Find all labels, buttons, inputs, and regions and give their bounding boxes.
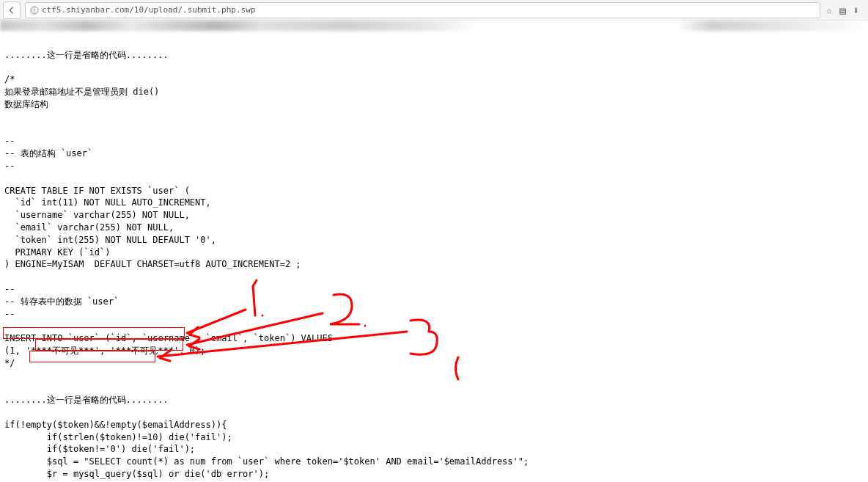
code-line: -- [4,309,15,319]
code-line: if(strlen($token)!=10) die('fail'); [4,432,232,442]
label-1-stroke [253,280,257,315]
code-line: `id` int(11) NOT NULL AUTO_INCREMENT, [4,197,211,208]
info-icon: i [30,6,39,15]
code-line: if(!empty($token)&&!empty($emailAddress)… [4,420,227,430]
page-content: ........这一行是省略的代码........ /* 如果登录邮箱地址不是管… [0,31,868,482]
code-line: /* [4,74,15,84]
blurred-bookmarks-bar [0,21,868,31]
svg-text:i: i [33,7,37,14]
label-2-dot [364,325,367,327]
code-line: 如果登录邮箱地址不是管理员则 die() [4,87,159,97]
url-text: ctf5.shiyanbar.com/10/upload/.submit.php… [42,5,255,15]
code-line: ........这一行是省略的代码........ [4,50,169,60]
code-line: INSERT INTO `user` (`id`, `username`, `e… [4,333,333,343]
code-line: 数据库结构 [4,99,48,109]
arrow-1-line [187,310,246,333]
code-line: ) ENGINE=MyISAM DEFAULT CHARSET=utf8 AUT… [4,259,301,269]
code-line: if($token!='0') die('fail'); [4,444,195,454]
code-line: -- 转存表中的数据 `user` [4,296,119,307]
code-line: $sql = "SELECT count(*) as num from `use… [4,456,529,467]
code-line: `username` varchar(255) NOT NULL, [4,210,190,220]
code-line: -- [4,161,15,171]
code-line: $r = mysql_query($sql) or die('db error'… [4,469,269,479]
code-line: PRIMARY KEY (`id`) [4,247,111,258]
code-line: -- [4,136,15,146]
code-line: `email` varchar(255) NOT NULL, [4,222,174,233]
code-line: ........这一行是省略的代码........ [4,395,169,405]
label-1-dot [262,315,264,317]
code-line: `token` int(255) NOT NULL DEFAULT '0', [4,235,216,245]
code-line: -- [4,284,15,294]
url-bar[interactable]: i ctf5.shiyanbar.com/10/upload/.submit.p… [25,2,820,18]
star-icon[interactable]: ☆ [826,4,832,16]
label-3-comma [456,357,459,379]
bookmark-icon[interactable]: ▤ [839,4,845,16]
code-line: (1, '****不可见***', '***不可见***', 0); [4,346,205,356]
download-icon[interactable]: ⬇ [853,4,859,16]
back-button[interactable] [3,1,21,19]
code-line: CREATE TABLE IF NOT EXISTS `user` ( [4,186,190,196]
arrow-left-icon [7,5,17,15]
label-2-stroke [330,294,359,324]
code-line: -- 表的结构 `user` [4,148,92,158]
browser-toolbar: i ctf5.shiyanbar.com/10/upload/.submit.p… [0,0,868,21]
toolbar-right: ☆ ▤ ⬇ [820,4,865,16]
label-3-stroke [411,320,437,354]
code-line: */ [4,358,15,368]
